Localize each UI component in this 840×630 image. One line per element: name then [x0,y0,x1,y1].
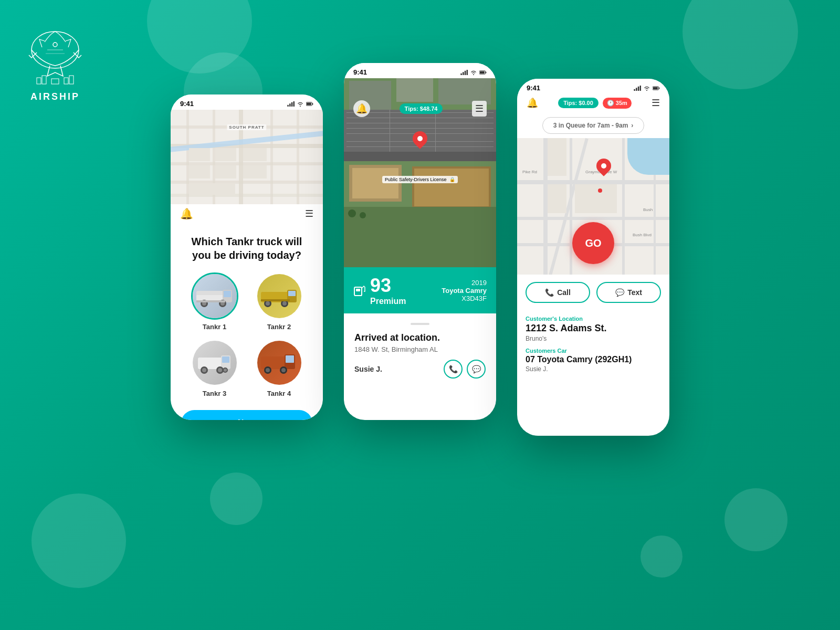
phone2-call-btn[interactable]: 📞 [444,360,463,379]
map3-road-v1 [543,138,548,275]
truck-svg-2 [258,280,300,312]
svg-rect-59 [640,86,641,91]
map3-block-1 [548,138,566,176]
svg-rect-52 [486,71,487,73]
map3-label-bush: Bush [643,207,653,212]
phone2-fuel-info: 93 Premium [370,275,406,306]
truck-item-1[interactable]: Tankr 1 [186,272,243,331]
svg-rect-56 [634,89,635,90]
phone1-status-bar: 9:41 [171,94,323,110]
svg-point-44 [266,368,270,372]
call-icon: 📞 [545,288,554,297]
phone2-battery-icon [479,70,487,75]
phone2-fuel-number: 93 [370,275,406,297]
phone2-fuel-type: Premium [370,297,406,306]
truck-circle-3[interactable] [191,339,238,386]
truck-item-3[interactable]: Tankr 3 [186,339,243,397]
phone3-customer-address: 1212 S. Adams St. [526,323,661,334]
svg-rect-10 [293,101,295,107]
battery-icon [306,101,313,107]
decorative-blob-3 [32,494,126,588]
phone2-menu-icon[interactable]: ☰ [472,101,487,117]
truck-label-3: Tankr 3 [203,390,226,397]
map3-road-v3 [622,138,625,275]
sat-building-bottom-left [349,165,402,202]
phone3-text-button[interactable]: 💬 Text [596,282,661,303]
truck-svg-3 [194,347,236,379]
truck-circle-1[interactable] [191,272,238,320]
map3-road-h2 [517,217,669,220]
truck-image-4 [257,341,301,385]
svg-point-46 [281,368,286,372]
svg-rect-9 [291,102,293,106]
truck-image-3 [193,341,237,385]
map1-location-label: SOUTH PRATT [227,124,266,130]
phone1-bell-icon[interactable]: 🔔 [180,207,193,220]
phone3-customers-car: 07 Toyota Camry (292GH1) [526,355,661,364]
phone3-nav-center: Tips: $0.00 🕐 35m [558,98,632,109]
map3-label-bush-blvd: Bush Blvd [633,233,652,237]
truck-circle-2[interactable] [256,272,303,320]
phone3-go-button[interactable]: GO [572,222,614,264]
truck-svg-1 [194,280,236,312]
phone3-action-buttons: 📞 Call 💬 Text [517,275,669,310]
truck-item-2[interactable]: Tankr 2 [251,272,307,331]
text-icon: 💬 [615,288,624,297]
phone3-queue-btn[interactable]: 3 in Queue for 7am - 9am › [542,117,645,134]
svg-point-35 [202,368,206,372]
map3-block-3 [575,184,617,213]
sat-grass-bottom [344,207,496,267]
map3-label-pike: Pike Rd [522,170,537,174]
phone3-map-pin-inner [601,163,606,169]
svg-rect-58 [638,86,639,90]
sat-road-h [344,152,496,161]
svg-rect-53 [480,71,485,73]
phone2-tips-badge[interactable]: Tips: $48.74 [400,103,443,114]
svg-rect-13 [307,102,311,104]
next-button[interactable]: Next [181,410,312,420]
truck-item-4[interactable]: Tankr 4 [251,339,307,397]
phone3-time: 9:41 [527,84,540,92]
phone3-customers-car-label: Customers Car [526,348,661,354]
decorative-blob-4 [210,472,262,525]
fuel-pump-icon [353,283,366,298]
phone3-customer-place: Bruno's [526,335,661,342]
phone3-status-icons [634,86,660,91]
phone2-bell-icon[interactable]: 🔔 [353,100,370,117]
map-label-icon: 🔒 [449,177,455,182]
phone2-signal-icon [460,70,468,75]
svg-point-27 [266,301,270,306]
svg-rect-33 [222,356,229,363]
phone2-map-pin [413,131,427,146]
wifi-icon [297,101,304,107]
phone1-time: 9:41 [180,100,194,108]
phone3-signal-icon [634,86,641,91]
phone3-timer-badge: 🕐 35m [603,98,632,109]
svg-rect-42 [286,355,294,363]
phone1-menu-icon[interactable]: ☰ [305,208,313,219]
phone1-status-icons [287,101,313,107]
decorative-blob-5 [640,536,682,578]
map-pin-shape [410,128,430,149]
phone2-arrived-address: 1848 W. St, Birmingham AL [354,345,486,353]
truck-svg-4 [258,347,300,379]
sat-building-bottom-right [412,166,491,208]
phone2-nav: 🔔 Tips: $48.74 ☰ [344,98,496,119]
phone2-text-btn[interactable]: 💬 [467,360,486,379]
phone3-call-button[interactable]: 📞 Call [526,282,590,303]
phone3-bell-icon[interactable]: 🔔 [527,97,538,109]
phone2-fuel-bar: 93 Premium 2019 Toyota Camry X3D43F [344,267,496,313]
signal-icon [287,101,295,107]
phone3-tips-badge[interactable]: Tips: $0.00 [558,98,598,108]
phone3-menu-icon[interactable]: ☰ [652,97,660,109]
map3-block-2 [548,184,566,213]
phone2-car-model: Toyota Camry [442,287,487,295]
truck-circle-4[interactable] [256,339,303,386]
svg-rect-25 [288,291,296,296]
svg-rect-62 [653,87,658,89]
svg-rect-30 [261,299,290,301]
phone2-fuel-right: 2019 Toyota Camry X3D43F [442,279,487,302]
phone2-map-area: 🔔 Tips: $48.74 ☰ Public Safety-Drivers L… [344,78,496,267]
phone-1: 9:41 [171,94,323,420]
phone3-customers-car-owner: Susie J. [526,365,661,373]
